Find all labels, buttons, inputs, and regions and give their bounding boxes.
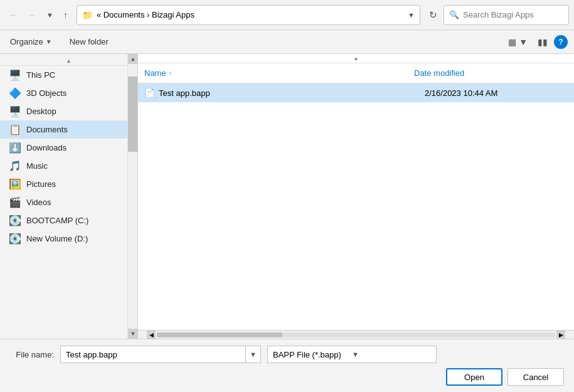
toolbar: ← → ▼ ↑ 📁 « Documents › Bizagi Apps ▼ ↻ …: [0, 0, 574, 30]
help-button[interactable]: ?: [554, 35, 568, 49]
organize-button[interactable]: Organize ▼: [6, 34, 56, 49]
address-path: « Documents › Bizagi Apps: [97, 10, 194, 19]
new-folder-label: New folder: [70, 37, 109, 46]
sidebar-icon-desktop: 🖥️: [9, 105, 21, 117]
cancel-label: Cancel: [523, 373, 548, 382]
help-label: ?: [558, 38, 563, 46]
cancel-button[interactable]: Cancel: [508, 368, 564, 386]
file-row[interactable]: 📄 Test app.bapp 2/16/2023 10:44 AM: [138, 83, 574, 102]
sidebar-label-new-volume: New Volume (D:): [26, 234, 88, 243]
filetype-select[interactable]: BAPP File (*.bapp) ▼: [267, 346, 437, 363]
sidebar-icon-this-pc: 🖥️: [9, 69, 21, 81]
filename-dropdown-button[interactable]: ▼: [245, 346, 260, 363]
file-icon: 📄: [144, 88, 155, 98]
sidebar-label-documents: Documents: [26, 125, 68, 134]
scrollbar-down-button[interactable]: ▼: [128, 329, 138, 339]
sidebar-scrollbar[interactable]: ▲ ▼: [127, 54, 137, 339]
open-label: Open: [464, 373, 484, 382]
forward-button[interactable]: →: [24, 8, 40, 23]
sidebar-icon-documents: 📋: [9, 124, 21, 135]
sidebar-icon-videos: 🎬: [9, 196, 21, 208]
file-date: 2/16/2023 10:44 AM: [425, 88, 568, 98]
back-button[interactable]: ←: [5, 8, 21, 23]
column-name[interactable]: Name ↑: [144, 68, 414, 78]
file-scroll-up-icon: ▲: [353, 55, 359, 61]
sidebar-item-this-pc[interactable]: 🖥️ This PC: [0, 66, 137, 84]
sidebar-item-videos[interactable]: 🎬 Videos: [0, 193, 137, 211]
sort-arrow-icon: ↑: [169, 70, 172, 77]
dropdown-recent-button[interactable]: ▼: [43, 9, 57, 21]
new-folder-button[interactable]: New folder: [66, 34, 112, 49]
file-area: ▲ Name ↑ Date modified 📄 Test app.bapp 2…: [138, 54, 574, 339]
refresh-button[interactable]: ↻: [425, 7, 441, 23]
sidebar-item-downloads[interactable]: ⬇️ Downloads: [0, 139, 137, 157]
column-header: Name ↑ Date modified: [138, 63, 574, 83]
sidebar-label-downloads: Downloads: [26, 143, 66, 152]
file-name: Test app.bapp: [159, 88, 425, 98]
view-controls: ▦ ▼ ▮▮ ?: [504, 34, 568, 50]
sidebar-item-desktop[interactable]: 🖥️ Desktop: [0, 102, 137, 120]
command-bar: Organize ▼ New folder ▦ ▼ ▮▮ ?: [0, 30, 574, 54]
scrollbar-thumb[interactable]: [128, 77, 138, 152]
sidebar-label-desktop: Desktop: [26, 107, 56, 116]
filename-input-wrapper[interactable]: ▼: [60, 346, 261, 363]
sidebar-icon-music: 🎵: [9, 160, 21, 172]
bottom-bar: File name: ▼ BAPP File (*.bapp) ▼ Open C…: [0, 339, 574, 392]
filetype-label: BAPP File (*.bapp): [273, 350, 352, 359]
sidebar-label-pictures: Pictures: [26, 179, 56, 189]
h-scroll-right-button[interactable]: ▶: [556, 331, 565, 339]
h-scroll-thumb[interactable]: [157, 332, 282, 337]
sidebar-item-3d-objects[interactable]: 🔷 3D Objects: [0, 84, 137, 102]
sidebar-item-bootcamp[interactable]: 💽 BOOTCAMP (C:): [0, 211, 137, 230]
filename-row: File name: ▼ BAPP File (*.bapp) ▼: [10, 346, 564, 363]
filetype-dropdown-icon: ▼: [352, 351, 431, 358]
search-bar[interactable]: 🔍: [444, 5, 569, 25]
sidebar-wrapper: ▲ 🖥️ This PC 🔷 3D Objects 🖥️ Desktop 📋 D…: [0, 54, 138, 339]
sidebar-item-music[interactable]: 🎵 Music: [0, 157, 137, 175]
sidebar-icon-downloads: ⬇️: [9, 142, 21, 154]
file-list: 📄 Test app.bapp 2/16/2023 10:44 AM: [138, 83, 574, 330]
horizontal-scrollbar[interactable]: ◀ ▶: [138, 330, 574, 339]
main-area: ▲ 🖥️ This PC 🔷 3D Objects 🖥️ Desktop 📋 D…: [0, 54, 574, 339]
address-folder-icon: 📁: [82, 10, 93, 20]
sidebar-item-pictures[interactable]: 🖼️ Pictures: [0, 175, 137, 193]
search-icon: 🔍: [449, 10, 459, 19]
h-scroll-left-button[interactable]: ◀: [147, 331, 156, 339]
column-name-label: Name: [144, 68, 166, 78]
scroll-up-area: ▲: [138, 54, 574, 63]
search-input[interactable]: [463, 10, 563, 19]
h-scroll-track: [157, 332, 555, 337]
sidebar-icon-new-volume: 💽: [9, 233, 21, 245]
address-bar[interactable]: 📁 « Documents › Bizagi Apps ▼: [77, 5, 420, 25]
sidebar-label-3d-objects: 3D Objects: [26, 88, 66, 98]
view-options-button[interactable]: ▦ ▼: [504, 34, 531, 50]
organize-label: Organize: [10, 37, 43, 46]
column-date-label: Date modified: [414, 68, 464, 78]
filename-label: File name:: [10, 350, 54, 359]
up-button[interactable]: ↑: [60, 8, 72, 23]
sidebar-label-bootcamp: BOOTCAMP (C:): [26, 216, 88, 225]
action-row: Open Cancel: [10, 368, 564, 386]
organize-dropdown-icon: ▼: [46, 38, 52, 45]
sidebar-items: 🖥️ This PC 🔷 3D Objects 🖥️ Desktop 📋 Doc…: [0, 66, 137, 248]
scrollbar-up-button[interactable]: ▲: [128, 54, 138, 64]
scroll-up-indicator: ▲: [66, 58, 72, 64]
address-dropdown-button[interactable]: ▼: [408, 11, 415, 19]
sidebar-icon-bootcamp: 💽: [9, 215, 21, 226]
sidebar-label-videos: Videos: [26, 198, 51, 207]
scrollbar-track: [128, 64, 138, 329]
sidebar-item-documents[interactable]: 📋 Documents: [0, 120, 137, 139]
column-date[interactable]: Date modified: [414, 68, 568, 78]
sidebar: ▲ 🖥️ This PC 🔷 3D Objects 🖥️ Desktop 📋 D…: [0, 54, 138, 339]
sidebar-icon-3d-objects: 🔷: [9, 87, 21, 99]
pane-button[interactable]: ▮▮: [534, 34, 551, 50]
open-button[interactable]: Open: [446, 368, 502, 386]
sidebar-label-music: Music: [26, 161, 48, 171]
filename-input[interactable]: [61, 347, 245, 362]
sidebar-icon-pictures: 🖼️: [9, 178, 21, 190]
sidebar-item-new-volume[interactable]: 💽 New Volume (D:): [0, 230, 137, 248]
sidebar-label-this-pc: This PC: [26, 70, 55, 80]
